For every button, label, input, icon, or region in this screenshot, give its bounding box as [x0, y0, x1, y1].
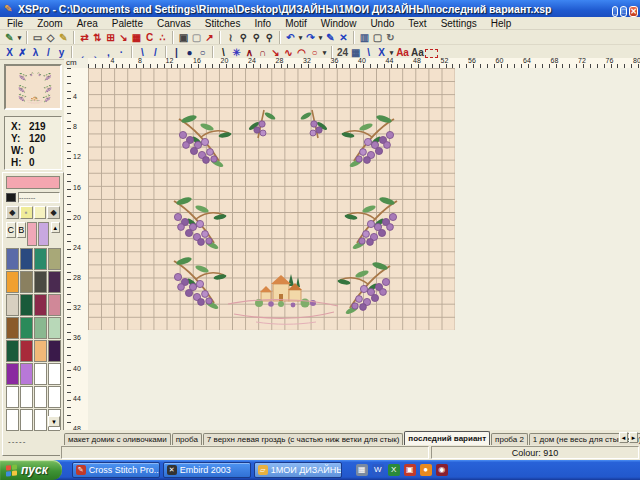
palette-color-swatch[interactable]	[6, 409, 19, 431]
menu-item-stitches[interactable]: Stitches	[198, 18, 248, 29]
tab-scroll-left-button[interactable]: ◄	[619, 432, 628, 443]
color-a-button[interactable]: ▪	[20, 206, 33, 219]
circle-stitch-dropdown[interactable]: ▾	[321, 46, 328, 59]
design-tab[interactable]: последний вариант	[404, 431, 490, 445]
design-tab[interactable]: 7 верхн левая гроздь (с частью ниж ветки…	[203, 433, 404, 445]
design-tab[interactable]: макет домик с оливочками	[64, 433, 171, 445]
save-icon[interactable]: ▥	[358, 31, 371, 44]
undo-icon[interactable]: ↶	[284, 31, 297, 44]
palette-color-swatch[interactable]	[20, 294, 33, 316]
palette-color-swatch[interactable]	[34, 294, 47, 316]
half-stitch-icon[interactable]: λ	[29, 46, 42, 59]
palette-scroll-up[interactable]: ▲	[51, 222, 61, 233]
menu-item-zoom[interactable]: Zoom	[30, 18, 70, 29]
display-icon[interactable]: ▣	[177, 31, 190, 44]
taskbar-window-button[interactable]: ✎Cross Stitch Pro...	[72, 462, 160, 478]
app-orange-icon[interactable]: ●	[420, 464, 432, 476]
menu-item-motif[interactable]: Motif	[278, 18, 314, 29]
design-tab[interactable]: проба	[172, 433, 202, 445]
page-preview-icon[interactable]: ▢	[190, 31, 203, 44]
thread-icon[interactable]: ≀	[224, 31, 237, 44]
word-icon[interactable]: W	[372, 464, 384, 476]
menu-item-undo[interactable]: Undo	[363, 18, 401, 29]
menu-item-area[interactable]: Area	[70, 18, 105, 29]
blend-left-button[interactable]: ◆	[6, 206, 19, 219]
redo-icon[interactable]: ↷	[304, 31, 317, 44]
taskbar-window-button[interactable]: ▱1МОИ ДИЗАЙНЫ	[254, 462, 342, 478]
palette-color-swatch[interactable]	[34, 386, 47, 408]
current-color-swatch[interactable]	[6, 176, 60, 189]
fill-pattern-icon[interactable]: ▦	[130, 31, 143, 44]
palette-color-swatch[interactable]	[6, 294, 19, 316]
petite-stitch-4-icon[interactable]: ·	[115, 46, 128, 59]
palette-color-swatch[interactable]	[6, 386, 19, 408]
palette-color-swatch[interactable]	[20, 248, 33, 270]
select-freehand-icon[interactable]: ✎	[57, 31, 70, 44]
palette-color-swatch[interactable]	[34, 409, 47, 431]
palette-scroll-down[interactable]: ▼	[48, 416, 60, 427]
maximize-button[interactable]: □	[620, 6, 627, 17]
palette-color-swatch[interactable]	[20, 409, 33, 431]
pointer-icon[interactable]: ↗	[203, 31, 216, 44]
palette-color-swatch[interactable]	[48, 363, 61, 385]
calculator-icon[interactable]: ▦	[356, 464, 368, 476]
title-bar[interactable]: ✎ XSPro - C:\Documents and Settings\Rimm…	[0, 0, 640, 17]
minimize-button[interactable]: _	[612, 6, 618, 17]
petite-stitch-1-icon[interactable]: ˏ	[76, 46, 89, 59]
selection-box-icon[interactable]	[425, 49, 438, 58]
app-maroon-icon[interactable]: ◉	[436, 464, 448, 476]
rotate-icon[interactable]: C	[143, 31, 156, 44]
redo-dropdown[interactable]: ▾	[317, 31, 324, 44]
menu-item-palette[interactable]: Palette	[105, 18, 150, 29]
zoom-fit-icon[interactable]: ⚲	[263, 31, 276, 44]
menu-item-settings[interactable]: Settings	[434, 18, 484, 29]
color-name-field[interactable]: -------	[18, 192, 60, 203]
draw-tool-icon[interactable]: ✎	[3, 31, 16, 44]
new-page-icon[interactable]: ▢	[371, 31, 384, 44]
palette-color-swatch[interactable]	[34, 363, 47, 385]
header-swatch[interactable]	[38, 222, 48, 246]
close-button[interactable]: ✕	[629, 6, 638, 17]
palette-color-swatch[interactable]	[48, 340, 61, 362]
palette-color-swatch[interactable]	[20, 386, 33, 408]
excel-icon[interactable]: X	[388, 464, 400, 476]
text-red-icon[interactable]: Aa	[395, 46, 410, 59]
select-polygon-icon[interactable]: ◇	[44, 31, 57, 44]
zoom-in-icon[interactable]: ⚲	[237, 31, 250, 44]
delete-icon[interactable]: ✕	[337, 31, 350, 44]
palette-color-swatch[interactable]	[6, 363, 19, 385]
black-color-swatch[interactable]	[6, 193, 16, 202]
palette-color-swatch[interactable]	[48, 317, 61, 339]
palette-color-swatch[interactable]	[20, 317, 33, 339]
menu-item-info[interactable]: Info	[247, 18, 278, 29]
palette-color-swatch[interactable]	[6, 271, 19, 293]
three-quarter-stitch-icon[interactable]: ✗	[16, 46, 29, 59]
start-button[interactable]: пуск	[0, 460, 62, 480]
flip-vertical-icon[interactable]: ⇅	[91, 31, 104, 44]
palette-color-swatch[interactable]	[34, 317, 47, 339]
palette-color-swatch[interactable]	[6, 340, 19, 362]
flip-horizontal-icon[interactable]: ⇄	[78, 31, 91, 44]
palette-color-swatch[interactable]	[20, 271, 33, 293]
zoom-out-icon[interactable]: ⚲	[250, 31, 263, 44]
palette-color-swatch[interactable]	[20, 363, 33, 385]
menu-item-help[interactable]: Help	[484, 18, 519, 29]
blend-right-button[interactable]: ◆	[47, 206, 60, 219]
column-label-c[interactable]: C	[6, 222, 16, 238]
curve-stitch-icon[interactable]: ∿	[282, 46, 295, 59]
palette-color-swatch[interactable]	[48, 248, 61, 270]
select-rect-icon[interactable]: ▭	[31, 31, 44, 44]
palette-color-swatch[interactable]	[48, 271, 61, 293]
quarter-cross-icon[interactable]: y	[55, 46, 68, 59]
menu-item-text[interactable]: Text	[401, 18, 433, 29]
rotate-page-icon[interactable]: ↻	[384, 31, 397, 44]
pattern-preview[interactable]	[4, 64, 62, 110]
column-label-b[interactable]: B	[17, 222, 27, 238]
palette-color-swatch[interactable]	[6, 317, 19, 339]
scatter-icon[interactable]: ∴	[156, 31, 169, 44]
menu-item-window[interactable]: Window	[314, 18, 364, 29]
tab-scroll-right-button[interactable]: ►	[629, 432, 638, 443]
menu-item-canvas[interactable]: Canvas	[150, 18, 198, 29]
resize-motif-icon[interactable]: ↘	[117, 31, 130, 44]
design-tab[interactable]: проба 2	[491, 433, 528, 445]
